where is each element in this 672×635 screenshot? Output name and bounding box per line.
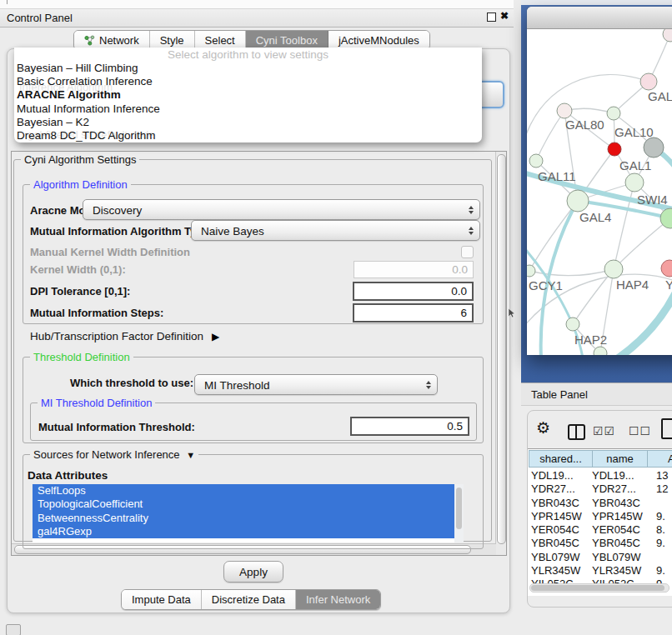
table-row[interactable]: YDR27...YDR27...12 [529, 482, 672, 496]
collapse-arrow-icon[interactable]: ▼ [186, 450, 195, 460]
kernel-width-label: Kernel Width (0,1): [30, 263, 126, 276]
unchecked-boxes-icon[interactable]: ☐☐ [629, 424, 651, 438]
tab-select[interactable]: Select [195, 31, 246, 49]
mouse-cursor [509, 308, 516, 318]
network-window-titlebar[interactable] [527, 7, 672, 29]
node-red-node[interactable] [608, 142, 621, 156]
table-panel-title: Table Panel [531, 388, 588, 401]
node-gray-node[interactable] [644, 138, 664, 158]
manual-kernel-label: Manual Kernel Width Definition [30, 246, 190, 258]
table-cell: 13 [656, 469, 668, 482]
dropdown-item-mutual-information-inference[interactable]: Mutual Information Inference [14, 102, 482, 116]
node-pink-node[interactable] [661, 260, 672, 277]
column-header-shared[interactable]: shared... [529, 450, 593, 468]
tab-jactivemnodules[interactable]: jActiveMNodules [328, 31, 429, 49]
table-row[interactable]: YPR145WYPR145W9. [529, 510, 672, 523]
node-label-hap4: HAP4 [616, 278, 649, 292]
table-row[interactable]: YBR043CYBR043C [529, 497, 672, 510]
expand-arrow-icon[interactable]: ▶ [212, 331, 219, 342]
tab-infer-network[interactable]: Infer Network [296, 590, 380, 609]
table-row[interactable]: YER054CYER054C8. [529, 523, 672, 537]
checked-boxes-icon[interactable]: ☑☑ [593, 424, 615, 438]
scrollbar-thumb[interactable] [531, 585, 664, 591]
which-threshold-combo[interactable]: MI Threshold [194, 374, 438, 395]
table-horizontal-scrollbar[interactable] [529, 583, 669, 592]
aracne-mode-combo[interactable]: Discovery [83, 199, 480, 220]
node-label-gal11: GAL11 [538, 169, 576, 183]
mi-threshold-field[interactable]: 0.5 [350, 417, 469, 436]
attribute-item-selfloops[interactable]: SelfLoops [33, 484, 454, 498]
node-bottom-node[interactable] [594, 347, 607, 355]
document-icon[interactable] [661, 418, 672, 439]
node-gal4[interactable] [567, 190, 589, 212]
table-row[interactable]: YBR045CYBR045C9. [529, 537, 672, 550]
node-label-hap2: HAP2 [574, 332, 607, 347]
dropdown-item-bayesian-hill-climbing[interactable]: Bayesian – Hill Climbing [14, 62, 482, 75]
tab-cyni-toolbox[interactable]: Cyni Toolbox [246, 31, 328, 49]
table-row[interactable]: YLR345WYLR345W9. [529, 564, 672, 578]
tab-label: Network [99, 34, 139, 47]
node-gal7[interactable] [640, 73, 657, 90]
table-cell: YBR045C [531, 537, 579, 550]
kernel-width-field[interactable]: 0.0 [354, 261, 474, 278]
network-graph[interactable]: GAL7GAL80GAL10GAL11GAL1SWI4GAL4GCY1HAP4Y… [527, 29, 672, 355]
node-hap2[interactable] [566, 318, 579, 331]
node-corner[interactable] [663, 29, 672, 42]
network-canvas[interactable]: GAL7GAL80GAL10GAL11GAL1SWI4GAL4GCY1HAP4Y… [527, 29, 672, 355]
list-vertical-scrollbar[interactable] [454, 484, 464, 542]
column-header-name[interactable]: name [592, 450, 648, 468]
tab-label: Impute Data [132, 593, 191, 606]
table-cell: YLR345W [531, 564, 580, 578]
attribute-item-gal4rgexp[interactable]: gal4RGexp [33, 525, 454, 538]
columns-icon[interactable] [568, 424, 585, 440]
sources-group-title[interactable]: Sources for Network Inference ▼ [30, 448, 198, 461]
tab-style[interactable]: Style [150, 31, 195, 49]
table-row[interactable]: YBL079WYBL079W [529, 551, 672, 564]
manual-kernel-checkbox[interactable] [461, 246, 474, 258]
tab-impute-data[interactable]: Impute Data [122, 590, 202, 609]
node-gal11[interactable] [529, 154, 543, 168]
collapsed-panel-icon[interactable] [6, 624, 21, 635]
vertical-scrollbar[interactable] [495, 152, 506, 555]
mi-steps-field[interactable]: 6 [353, 303, 474, 322]
dropdown-item-bayesian-k2[interactable]: Bayesian – K2 [14, 116, 482, 129]
dpi-tolerance-field[interactable]: 0.0 [353, 282, 474, 301]
combo-value: Discovery [93, 203, 142, 216]
table-cell: 9. [656, 510, 665, 523]
node-gal10[interactable] [607, 107, 620, 120]
table-row[interactable]: YDL19...YDL19...13 [529, 469, 672, 482]
table-row[interactable]: YIL052CYIL052C9. [529, 578, 672, 583]
apply-button[interactable]: Apply [223, 561, 283, 582]
scrollbar-thumb[interactable] [456, 488, 462, 529]
tab-network[interactable]: Network [74, 31, 150, 49]
table-cell: YLR345W [592, 564, 641, 578]
table-cell: YBR043C [592, 497, 640, 510]
attribute-item-topologicalcoefficient[interactable]: TopologicalCoefficient [33, 498, 454, 511]
table-rows[interactable]: YDL19...YDL19...13YDR27...YDR27...12YBR0… [529, 469, 672, 583]
data-attributes-list[interactable]: SelfLoopsTopologicalCoefficientBetweenne… [33, 484, 464, 542]
attribute-item-betweennesscentrality[interactable]: BetweennessCentrality [33, 512, 454, 525]
mi-type-combo[interactable]: Naive Bayes [191, 220, 480, 241]
node-gcy1[interactable] [527, 265, 535, 277]
table-cell: YDL19... [592, 469, 634, 482]
tab-discretize-data[interactable]: Discretize Data [202, 590, 296, 609]
dpi-tolerance-label: DPI Tolerance [0,1]: [30, 285, 130, 298]
node-label-gal80: GAL80 [565, 118, 604, 132]
control-panel-titlebar: Control Panel [0, 8, 514, 28]
column-header-partial[interactable]: A [647, 450, 672, 468]
tab-label: Discretize Data [212, 593, 285, 606]
hub-definition-toggle[interactable]: Hub/Transcription Factor Definition▶ [30, 330, 219, 342]
float-window-icon[interactable] [487, 12, 496, 22]
dropdown-placeholder: Select algorithm to view settings [14, 48, 482, 62]
gear-icon[interactable]: ⚙ [536, 420, 550, 436]
table-cell: YER054C [531, 523, 579, 537]
table-cell: 12 [656, 482, 668, 496]
table-cell: YPR145W [592, 510, 643, 523]
node-gal80[interactable] [557, 103, 572, 118]
node-gal1[interactable] [625, 173, 644, 192]
scrollbar-thumb[interactable] [497, 154, 506, 544]
close-icon[interactable]: ✖ [500, 10, 509, 22]
table-cell: YBL079W [531, 551, 580, 564]
node-hap4[interactable] [604, 260, 623, 278]
control-panel-title: Control Panel [7, 12, 73, 24]
